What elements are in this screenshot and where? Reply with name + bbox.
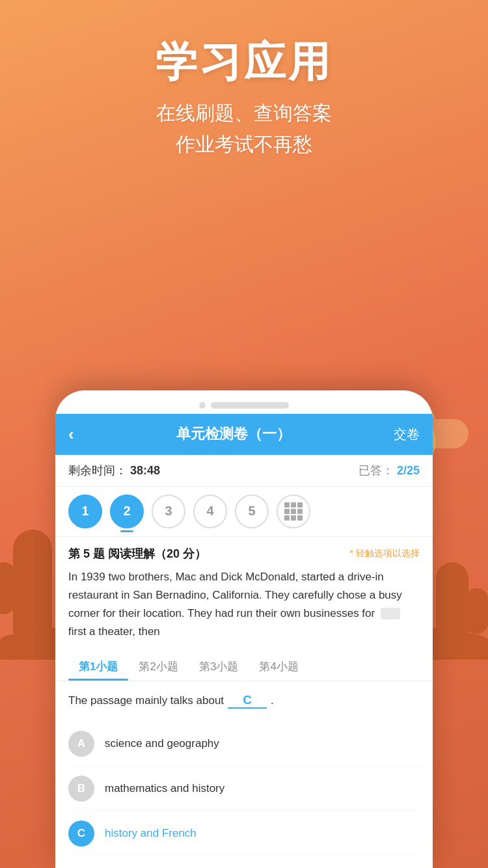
cactus-left-decoration — [13, 530, 52, 660]
phone-mockup: ‹ 单元检测卷（一） 交卷 剩余时间： 38:48 已答： 2/25 1 2 — [55, 390, 433, 868]
sub-tab-4[interactable]: 第4小题 — [249, 653, 308, 681]
choice-b-letter: B — [77, 782, 85, 795]
app-subtitle: 在线刷题、查询答案 作业考试不再愁 — [0, 98, 488, 160]
timer-row: 剩余时间： 38:48 已答： 2/25 — [55, 455, 433, 487]
nav-title: 单元检测卷（一） — [176, 424, 291, 444]
question-text-cont: first a theater, then — [68, 625, 160, 638]
notch-dot — [199, 402, 206, 409]
subtitle-line2: 作业考试不再愁 — [176, 133, 312, 155]
timer-value: 38:48 — [130, 464, 160, 477]
cactus-right-decoration — [436, 562, 468, 660]
q-num-5[interactable]: 5 — [235, 495, 269, 528]
choice-c-circle: C — [68, 821, 94, 847]
choice-a[interactable]: A science and geography — [68, 722, 420, 766]
app-nav-bar: ‹ 单元检测卷（一） 交卷 — [55, 414, 433, 455]
hint-text: * 轻触选项以选择 — [350, 548, 420, 560]
back-button[interactable]: ‹ — [68, 424, 74, 444]
timer-left: 剩余时间： 38:48 — [68, 463, 160, 478]
choice-c-text: history and French — [105, 827, 197, 840]
question-title: 第 5 题 阅读理解（20 分） — [68, 546, 206, 562]
choice-b-text: mathematics and history — [105, 782, 224, 795]
choice-b-circle: B — [68, 776, 94, 802]
phone-wrapper: ‹ 单元检测卷（一） 交卷 剩余时间： 38:48 已答： 2/25 1 2 — [55, 390, 433, 868]
answer-blank: C — [228, 693, 267, 709]
question-before-blank: The passage mainly talks about — [68, 694, 224, 707]
notch-bar — [211, 402, 289, 409]
submit-button[interactable]: 交卷 — [394, 426, 420, 443]
question-text: In 1939 two brothers, Mac and Dick McDon… — [68, 571, 402, 619]
app-title: 学习应用 — [0, 39, 488, 85]
timer-label: 剩余时间： — [68, 464, 127, 477]
answered-label: 已答： — [359, 464, 394, 477]
answer-section: The passage mainly talks about C . A sci… — [55, 681, 433, 868]
sub-question-tabs: 第1小题 第2小题 第3小题 第4小题 — [55, 653, 433, 681]
grid-button[interactable] — [277, 495, 310, 528]
answered-value: 2/25 — [397, 464, 420, 477]
question-header: 第 5 题 阅读理解（20 分） * 轻触选项以选择 — [68, 546, 420, 562]
choice-b[interactable]: B mathematics and history — [68, 766, 420, 811]
choice-a-circle: A — [68, 731, 94, 757]
q-num-1[interactable]: 1 — [68, 495, 102, 528]
subtitle-line1: 在线刷题、查询答案 — [156, 102, 332, 124]
question-number-tabs: 1 2 3 4 5 — [55, 487, 433, 537]
sub-tab-3[interactable]: 第3小题 — [189, 653, 249, 681]
question-body: In 1939 two brothers, Mac and Dick McDon… — [68, 568, 420, 641]
sub-tab-1[interactable]: 第1小题 — [68, 653, 128, 681]
grid-icon — [284, 502, 303, 521]
q-num-4[interactable]: 4 — [193, 495, 227, 528]
choice-a-text: science and geography — [105, 737, 219, 750]
question-section: 第 5 题 阅读理解（20 分） * 轻触选项以选择 In 1939 two b… — [55, 537, 433, 646]
choice-c-letter: C — [77, 827, 85, 840]
choice-a-letter: A — [77, 737, 85, 750]
sub-tab-2[interactable]: 第2小题 — [128, 653, 188, 681]
app-header-section: 学习应用 在线刷题、查询答案 作业考试不再愁 — [0, 0, 488, 160]
q-num-2[interactable]: 2 — [110, 495, 144, 528]
choice-c[interactable]: C history and French — [68, 811, 420, 856]
main-question-text: The passage mainly talks about C . — [68, 693, 420, 709]
question-after-blank: . — [271, 694, 274, 707]
answered-right: 已答： 2/25 — [359, 463, 420, 478]
phone-notch — [55, 402, 433, 409]
q-num-3[interactable]: 3 — [152, 495, 185, 528]
